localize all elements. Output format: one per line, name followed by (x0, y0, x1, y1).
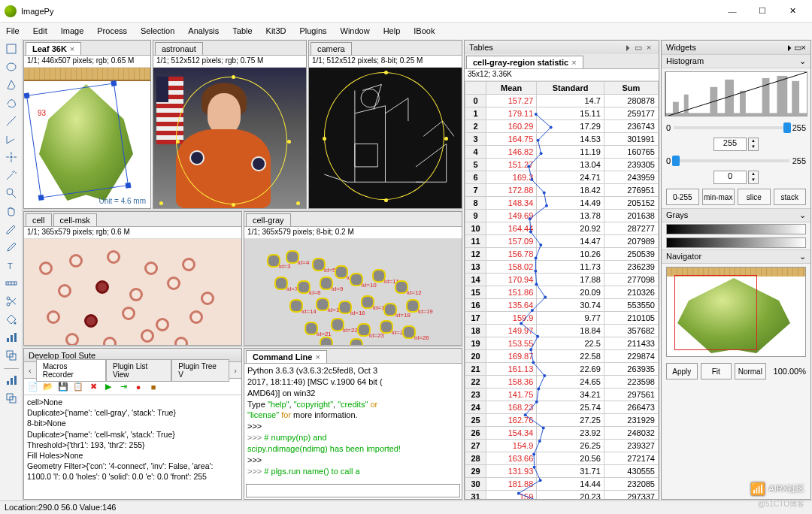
image-window-cell[interactable]: cell cell-msk 1/1; 365x579 pixels; rgb; … (23, 211, 242, 346)
navigator-thumbnail[interactable] (666, 267, 806, 357)
copy-icon[interactable]: 📋 (72, 381, 84, 393)
histogram-plot[interactable] (665, 71, 807, 116)
spinner[interactable]: ▲▼ (748, 171, 759, 184)
spinner[interactable]: ▲▼ (748, 138, 759, 151)
line-icon[interactable] (2, 113, 21, 129)
prev-tab-button[interactable]: ‹ (24, 366, 36, 375)
tab-statistic[interactable]: cell-gray-region statistic× (466, 56, 583, 68)
tab-camera[interactable]: camera (311, 42, 352, 55)
menu-plugins[interactable]: Plugins (296, 25, 329, 37)
rect-select-icon[interactable] (2, 41, 21, 57)
run-icon[interactable]: ▶ (102, 381, 114, 393)
chart-extra-icon[interactable] (2, 372, 21, 389)
chart-icon[interactable] (2, 329, 21, 346)
menu-ibook[interactable]: IBook (411, 25, 438, 37)
menu-image[interactable]: Image (58, 25, 87, 37)
text-icon[interactable]: T (2, 257, 21, 274)
next-tab-button[interactable]: › (229, 366, 241, 375)
navigator-viewport[interactable] (674, 275, 757, 350)
close-icon[interactable]: × (70, 44, 74, 53)
tab-plugin-tree[interactable]: Plugin Tree V (171, 359, 229, 382)
delete-icon[interactable]: ✖ (87, 381, 99, 393)
flood-icon[interactable] (2, 311, 21, 328)
oval-select-icon[interactable] (2, 59, 21, 75)
tab-astronaut[interactable]: astronaut (155, 42, 203, 55)
slice-button[interactable]: slice (738, 189, 771, 205)
image-window-astronaut[interactable]: astronaut 1/1; 512x512 pixels; rgb; 0.75… (153, 40, 307, 209)
angle-icon[interactable] (2, 131, 21, 147)
hist-value-input[interactable]: 255 (714, 138, 747, 151)
save-icon[interactable]: 💾 (57, 381, 69, 393)
stop-icon[interactable]: ■ (147, 381, 159, 393)
close-icon[interactable]: × (315, 352, 320, 361)
menu-process[interactable]: Process (94, 25, 130, 37)
minmax-button[interactable]: min-max (702, 189, 735, 205)
tab-plugin-list[interactable]: Plugin List View (106, 359, 171, 382)
fit-button[interactable]: Fit (701, 363, 732, 379)
selection-box[interactable] (26, 83, 129, 198)
menu-selection[interactable]: Selection (138, 25, 177, 37)
menu-file[interactable]: File (3, 25, 23, 37)
menu-table[interactable]: Table (229, 25, 255, 37)
tab-macros-recorder[interactable]: Macros Recorder (36, 359, 106, 382)
pencil-icon[interactable] (2, 221, 21, 237)
polygon-select-icon[interactable] (2, 77, 21, 93)
section-navigator[interactable]: Navigator (666, 252, 799, 262)
scissors-icon[interactable] (2, 293, 21, 310)
step-icon[interactable]: ⇥ (117, 381, 129, 393)
menu-edit[interactable]: Edit (30, 25, 50, 37)
open-icon[interactable]: 📂 (42, 381, 54, 393)
normal-button[interactable]: Normal (735, 363, 766, 379)
wand-icon[interactable] (2, 167, 21, 183)
section-histogram[interactable]: Histogram (666, 56, 799, 66)
overlay-extra-icon[interactable] (2, 390, 21, 407)
pin-icon[interactable]: ⏵ (623, 43, 633, 52)
section-grays[interactable]: Grays (666, 210, 799, 220)
freehand-select-icon[interactable] (2, 95, 21, 111)
menu-help[interactable]: Help (380, 25, 404, 37)
circle-selection[interactable] (324, 72, 444, 200)
data-table[interactable]: MeanStandardSum0157.2714.72808781179.111… (465, 81, 659, 499)
image-window-camera[interactable]: camera 1/1; 512x512 pixels; 8-bit; 0.25 … (308, 40, 462, 209)
point-icon[interactable] (2, 149, 21, 165)
apply-button[interactable]: Apply (666, 363, 698, 379)
maximize-button[interactable]: ☐ (747, 2, 777, 21)
tab-cell[interactable]: cell (26, 213, 52, 226)
record-icon[interactable]: ● (132, 381, 144, 393)
tab-cellgray[interactable]: cell-gray (246, 213, 291, 226)
overlay-icon[interactable] (2, 347, 21, 364)
0255-button[interactable]: 0-255 (666, 189, 699, 205)
tab-command-line[interactable]: Command Line× (246, 350, 327, 363)
eyedropper-icon[interactable] (2, 239, 21, 255)
menu-window[interactable]: Window (338, 25, 373, 37)
collapse-icon[interactable]: ⌄ (799, 252, 806, 262)
collapse-icon[interactable]: ⌄ (799, 56, 806, 66)
minimize-icon[interactable]: ▭ (633, 43, 644, 53)
new-icon[interactable]: 📄 (27, 381, 39, 393)
tab-cell-msk[interactable]: cell-msk (53, 213, 97, 226)
zoom-icon[interactable] (2, 185, 21, 201)
measure-icon[interactable] (2, 275, 21, 292)
collapse-icon[interactable]: ⌄ (799, 210, 806, 220)
menu-kit3d[interactable]: Kit3D (263, 25, 289, 37)
stack-button[interactable]: stack (774, 189, 807, 205)
minimize-icon[interactable]: ▭ (794, 43, 801, 53)
macros-text[interactable]: cell>None Duplicate>{'name': 'cell-gray'… (24, 395, 241, 499)
image-window-leaf[interactable]: Leaf 36K× 1/1; 446x507 pixels; rgb; 0.65… (23, 40, 151, 209)
minimize-button[interactable]: — (717, 2, 747, 21)
hand-icon[interactable] (2, 203, 21, 219)
image-info: 1/1; 446x507 pixels; rgb; 0.65 M (24, 56, 150, 68)
close-icon[interactable]: × (801, 43, 806, 52)
hist-value-input[interactable]: 0 (714, 171, 747, 184)
console-input[interactable] (246, 484, 460, 497)
close-button[interactable]: ✕ (777, 2, 807, 21)
close-icon[interactable]: × (571, 58, 576, 67)
image-window-cellgray[interactable]: cell-gray 1/1; 365x579 pixels; 8-bit; 0.… (244, 211, 462, 346)
close-icon[interactable]: × (644, 43, 654, 52)
pin-icon[interactable]: ⏵ (786, 43, 794, 52)
menu-analysis[interactable]: Analysis (185, 25, 222, 37)
tab-leaf[interactable]: Leaf 36K× (26, 42, 81, 55)
console-output[interactable]: Python 3.6.3 (v3.6.3:2c5fed8, Oct 32017,… (244, 364, 462, 482)
hist-slider-min[interactable] (674, 159, 789, 162)
hist-slider-max[interactable] (674, 126, 789, 129)
